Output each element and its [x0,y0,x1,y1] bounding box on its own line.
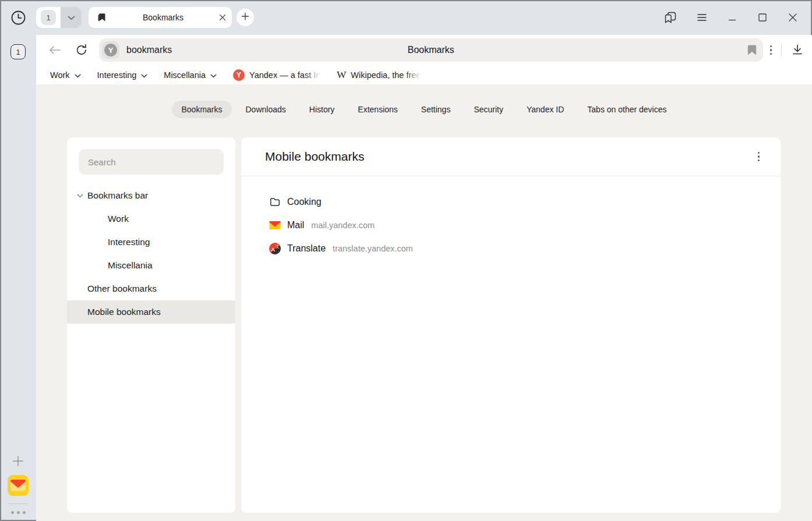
toolbar-kebab-icon[interactable] [770,45,772,55]
omnibox-page-title: Bookmarks [99,45,763,55]
bookmark-flag-icon[interactable] [747,44,757,56]
new-tab-button[interactable] [236,9,254,26]
tab-group-control[interactable]: 1 [36,7,82,28]
history-clock-icon[interactable] [10,10,26,26]
tab-security[interactable]: Security [464,101,513,118]
yandex-mail-app-icon[interactable] [7,474,29,497]
chevron-down-icon [75,70,81,80]
folder-menu-kebab-icon[interactable] [758,152,760,162]
tree-item-miscellania[interactable]: Miscellania [67,254,235,277]
list-item-cooking[interactable]: Cooking [241,190,781,214]
manager-nav: Bookmarks Downloads History Extensions S… [36,101,812,118]
toolbar: Y bookmarks Bookmarks [36,35,812,65]
url-text[interactable]: bookmarks [126,45,172,55]
rail-add-icon[interactable] [12,455,24,467]
left-rail: 1 [0,35,36,521]
bookmarks-manager-page: Bookmarks Downloads History Extensions S… [36,84,812,521]
active-tab-title: Bookmarks [107,13,219,22]
tab-group-expand[interactable] [61,7,82,28]
yandex-favicon-gray: Y [104,44,117,56]
svg-text:A: A [271,246,275,253]
tab-yandex-id[interactable]: Yandex ID [517,101,573,118]
folders-sidebar: Bookmarks bar Work Interesting Miscellan… [67,137,235,513]
rail-more-icon[interactable] [11,511,26,514]
close-window-icon[interactable] [788,12,798,23]
folder-title: Mobile bookmarks [265,150,364,164]
chevron-down-icon [141,70,147,80]
bookmarks-bar-folder-interesting[interactable]: Interesting [97,70,148,80]
bookmark-list: Cooking Mail mail.yandex.com [241,176,781,260]
bookmarks-bar-folder-work[interactable]: Work [50,70,81,80]
tab-downloads[interactable]: Downloads [236,101,295,118]
bookmarks-bar: Work Interesting Miscellania Y Yandex — … [36,65,812,84]
tree-item-bookmarks-bar[interactable]: Bookmarks bar [67,184,235,207]
rail-divider [8,504,28,504]
chevron-down-icon [210,70,217,80]
tab-history[interactable]: History [300,101,344,118]
tree-item-mobile-bookmarks[interactable]: Mobile bookmarks [67,300,235,324]
svg-text:文: 文 [276,244,280,249]
side-panel-bookmarks-icon[interactable] [663,11,677,24]
tree-item-work[interactable]: Work [67,207,235,231]
search-input[interactable] [79,149,224,175]
list-item-translate[interactable]: A 文 Translate translate.yandex.com [241,237,781,260]
plus-icon [241,12,249,23]
tree-item-interesting[interactable]: Interesting [67,231,235,254]
folder-tree: Bookmarks bar Work Interesting Miscellan… [67,184,235,324]
bookmarks-bar-folder-miscellania[interactable]: Miscellania [164,70,217,80]
tab-bookmarks[interactable]: Bookmarks [172,101,231,118]
rail-tab-number[interactable]: 1 [10,44,26,59]
tab-group-count[interactable]: 1 [36,7,61,28]
minimize-icon[interactable] [727,12,737,23]
address-bar[interactable]: Y bookmarks Bookmarks [99,38,763,62]
back-icon[interactable] [45,45,64,55]
toolbar-divider [781,44,782,56]
yandex-translate-favicon: A 文 [269,243,281,254]
tab-settings[interactable]: Settings [412,101,460,118]
tab-strip: 1 Bookmarks [0,0,812,35]
list-item-mail[interactable]: Mail mail.yandex.com [241,214,781,237]
close-tab-icon[interactable] [219,14,226,21]
bookmarks-main-panel: Mobile bookmarks Cooking [241,137,781,513]
bookmarks-bar-link-wikipedia[interactable]: W Wikipedia, the free [337,69,421,81]
tab-extensions[interactable]: Extensions [348,101,407,118]
downloads-icon[interactable] [791,44,804,56]
active-tab[interactable]: Bookmarks [89,7,232,28]
reload-icon[interactable] [72,44,91,56]
bookmarks-bar-link-yandex[interactable]: Y Yandex — a fast In [233,69,320,81]
tree-item-other-bookmarks[interactable]: Other bookmarks [67,277,235,300]
folder-icon [269,196,281,208]
window-controls [663,11,804,24]
yandex-mail-favicon [269,219,281,231]
yandex-favicon-red: Y [233,69,245,81]
chevron-down-icon [68,12,75,23]
bookmark-tab-icon [97,12,107,23]
menu-hamburger-icon[interactable] [697,13,707,22]
wikipedia-favicon: W [337,69,346,81]
chevron-down-icon[interactable] [77,194,87,198]
site-favicon-badge[interactable]: Y [102,41,119,59]
tab-other-devices[interactable]: Tabs on other devices [578,101,676,118]
maximize-icon[interactable] [757,12,768,23]
browser-window: 1 Bookmarks [0,0,812,521]
tab-group-count-badge: 1 [41,10,56,25]
